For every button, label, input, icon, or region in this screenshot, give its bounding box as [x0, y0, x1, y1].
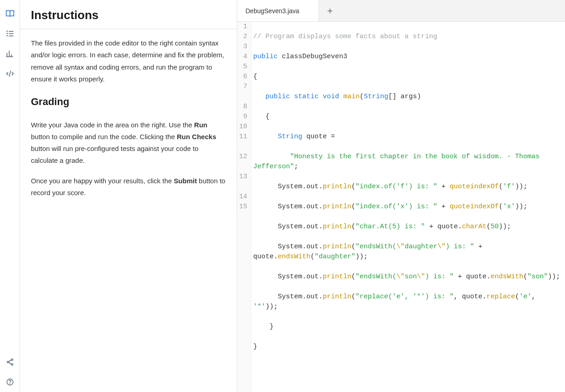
- tab-active[interactable]: DebugSeven3.java: [237, 0, 319, 21]
- run-label: Run: [194, 121, 207, 129]
- help-icon[interactable]: [0, 372, 20, 392]
- instructions-header: Instructions: [20, 0, 237, 29]
- code-editor[interactable]: 1 2 3 4 5 6 7 8 9 10 11 12 13 14 15 // P…: [237, 22, 565, 392]
- code-content[interactable]: // Program displays some facts about a s…: [251, 22, 565, 392]
- svg-line-11: [9, 360, 11, 362]
- tab-label: DebugSeven3.java: [245, 7, 299, 15]
- intro-paragraph: The files provided in the code editor to…: [31, 37, 226, 85]
- chart-icon[interactable]: [0, 44, 20, 64]
- book-icon[interactable]: [0, 4, 20, 24]
- svg-point-14: [10, 383, 10, 384]
- svg-line-7: [9, 70, 10, 76]
- tab-bar: DebugSeven3.java: [237, 0, 565, 22]
- checklist-icon[interactable]: [0, 24, 20, 44]
- code-icon[interactable]: [0, 64, 20, 84]
- left-rail: [0, 0, 20, 392]
- svg-line-12: [9, 362, 11, 364]
- line-gutter: 1 2 3 4 5 6 7 8 9 10 11 12 13 14 15: [237, 22, 251, 392]
- plus-icon: [326, 7, 334, 15]
- grading-paragraph: Write your Java code in the area on the …: [31, 119, 226, 167]
- share-icon[interactable]: [0, 352, 20, 372]
- add-tab-button[interactable]: [319, 0, 341, 21]
- submit-label: Submit: [174, 177, 197, 185]
- editor-panel: DebugSeven3.java 1 2 3 4 5 6 7 8 9 10 11…: [237, 0, 565, 392]
- submit-paragraph: Once you are happy with your results, cl…: [31, 175, 226, 199]
- instructions-body: The files provided in the code editor to…: [20, 29, 237, 215]
- grading-heading: Grading: [31, 93, 226, 111]
- run-checks-label: Run Checks: [177, 133, 216, 141]
- instructions-panel: Instructions The files provided in the c…: [20, 0, 237, 392]
- instructions-title: Instructions: [31, 8, 226, 22]
